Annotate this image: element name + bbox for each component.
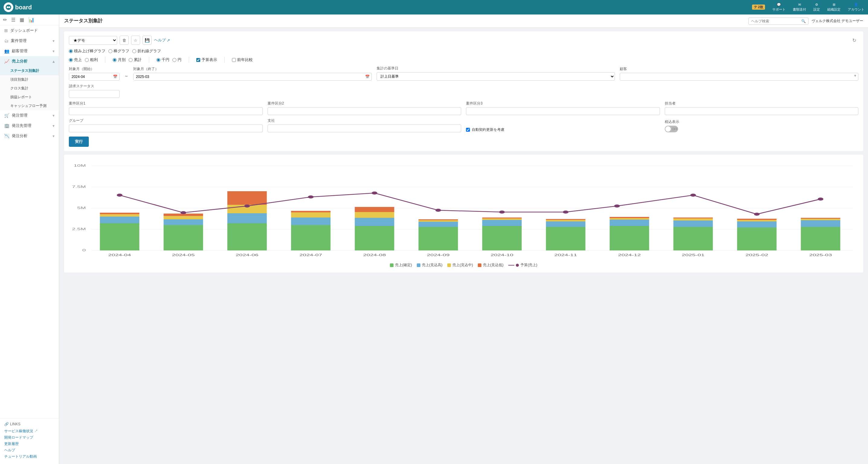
- sidebar-link-status[interactable]: サービス稼働状況 ↗: [4, 429, 55, 434]
- cases-chevron-icon: ▾: [53, 39, 55, 43]
- budget-show-checkbox[interactable]: 予算表示: [196, 57, 217, 63]
- sidebar-item-dashboard[interactable]: ⊞ ダッシュボード: [0, 25, 59, 36]
- sales-chart-icon: 📈: [4, 59, 9, 64]
- prev-year-checkbox[interactable]: 前年比較: [232, 57, 253, 63]
- sidebar-item-cases[interactable]: 🗂 案件管理 ▾: [0, 36, 59, 46]
- folder-icon: 🗂: [4, 38, 8, 43]
- case-cat2-label: 案件区分2: [268, 101, 462, 106]
- svg-rect-39: [482, 218, 522, 220]
- unit-thousand[interactable]: 千円: [156, 57, 169, 63]
- svg-rect-40: [482, 217, 522, 218]
- docs-action[interactable]: ✉ 書類送付: [793, 3, 806, 12]
- sidebar-item-customers[interactable]: 👥 顧客管理 ▾: [0, 46, 59, 56]
- sidebar-link-help[interactable]: ヘルプ: [4, 448, 55, 453]
- filter-case-cat1: 案件区分1: [69, 101, 263, 115]
- search-input[interactable]: [751, 19, 800, 23]
- sidebar-item-sales[interactable]: 📈 売上分析 ▴: [0, 56, 59, 66]
- logo: board: [4, 2, 32, 12]
- support-label: サポート: [772, 7, 785, 12]
- svg-point-65: [372, 191, 377, 194]
- period-cumulative[interactable]: 累計: [129, 57, 142, 63]
- assignee-input[interactable]: [665, 107, 859, 115]
- svg-rect-15: [100, 214, 140, 217]
- edit-icon[interactable]: ✏: [3, 17, 7, 23]
- legend-budget: 予算(売上): [508, 262, 537, 268]
- chart-type-line[interactable]: 折れ線グラフ: [132, 48, 161, 54]
- preset-select[interactable]: ★デモ: [69, 36, 117, 45]
- svg-rect-54: [737, 221, 777, 227]
- tax-toggle[interactable]: OFF: [665, 126, 678, 132]
- case-cat1-input[interactable]: [69, 107, 263, 115]
- svg-rect-49: [674, 227, 713, 250]
- divider4: [224, 57, 225, 63]
- base-date-select[interactable]: 計上日基準: [377, 72, 615, 81]
- svg-text:2025-02: 2025-02: [745, 253, 768, 257]
- svg-point-69: [614, 205, 620, 208]
- table-icon[interactable]: ▦: [20, 17, 24, 23]
- svg-rect-53: [737, 227, 777, 250]
- sidebar-link-history[interactable]: 更新履歴: [4, 441, 55, 446]
- sidebar-sub-cross[interactable]: クロス集計: [0, 84, 59, 93]
- user-icon: 👤: [854, 3, 858, 7]
- sidebar-sub-item[interactable]: 項目別集計: [0, 75, 59, 84]
- refresh-button[interactable]: ↻: [850, 36, 858, 44]
- sidebar-item-suppliers[interactable]: 🏢 発注先管理 ▾: [0, 121, 59, 131]
- branch-input[interactable]: [268, 124, 462, 132]
- chart-type-stacked[interactable]: 積み上げ棒グラフ: [69, 48, 105, 54]
- branch-label: 支社: [268, 118, 462, 123]
- sidebar-link-tutorial[interactable]: チュートリアル動画: [4, 454, 55, 459]
- sidebar-item-orders[interactable]: 🛒 発注管理 ▾: [0, 110, 59, 121]
- org-label: 組織設定: [827, 7, 840, 12]
- org-action[interactable]: ⊞ 組織設定: [827, 3, 840, 12]
- value-gross[interactable]: 粗利: [85, 57, 98, 63]
- svg-rect-18: [164, 219, 203, 225]
- group-input[interactable]: [69, 124, 263, 132]
- svg-rect-36: [418, 219, 458, 220]
- sidebar-sub-status[interactable]: ステータス別集計: [0, 66, 59, 75]
- support-action[interactable]: 💬 サポート: [772, 3, 785, 12]
- svg-rect-14: [100, 217, 140, 223]
- chart-type-bar[interactable]: 棒グラフ: [108, 48, 129, 54]
- list-icon[interactable]: ☰: [11, 17, 16, 23]
- page-title: ステータス別集計: [64, 18, 103, 24]
- customer-dropdown-icon[interactable]: ▾: [852, 73, 858, 80]
- sidebar-link-roadmap[interactable]: 開発ロードマップ: [4, 435, 55, 440]
- case-cat2-input[interactable]: [268, 107, 462, 115]
- execute-button[interactable]: 実行: [69, 136, 89, 147]
- sidebar-item-order-analysis[interactable]: 📉 発注分析 ▾: [0, 131, 59, 141]
- svg-rect-25: [291, 225, 331, 250]
- sidebar-sub-profit[interactable]: 損益レポート: [0, 93, 59, 101]
- auto-renew-label: 自動契約更新を考慮: [472, 127, 504, 132]
- help-link[interactable]: ヘルプ ↗: [154, 37, 170, 43]
- star-button[interactable]: ☆: [131, 36, 140, 45]
- unit-yen[interactable]: 円: [173, 57, 182, 63]
- delete-button[interactable]: 🗑: [120, 36, 129, 45]
- start-month-input[interactable]: [69, 73, 111, 80]
- legend-mid-color: [447, 264, 451, 267]
- auto-renew-checkbox[interactable]: [466, 128, 470, 132]
- svg-point-64: [308, 195, 314, 198]
- header-right: 🔍 ヴェルク株式会社 デモユーザー: [748, 18, 863, 25]
- main-header: ステータス別集計 🔍 ヴェルク株式会社 デモユーザー: [59, 14, 868, 28]
- svg-text:2024-05: 2024-05: [172, 253, 194, 257]
- account-action[interactable]: 👤 アカウント: [848, 3, 864, 12]
- invoice-status-input[interactable]: [69, 90, 120, 98]
- legend-low: 売上(見込低): [478, 262, 503, 268]
- case-cat3-input[interactable]: [466, 107, 660, 115]
- end-month-input[interactable]: [133, 73, 363, 80]
- header-badge[interactable]: テ 2枚: [752, 4, 765, 10]
- sidebar-sub-cashflow[interactable]: キャッシュフロー予測: [0, 101, 59, 110]
- value-sales[interactable]: 売上: [69, 57, 82, 63]
- bar-chart-icon[interactable]: 📊: [28, 17, 34, 23]
- sidebar-item-orders-label: 発注管理: [12, 113, 28, 118]
- svg-rect-45: [610, 226, 649, 250]
- save-button[interactable]: 💾: [143, 36, 152, 45]
- settings-action[interactable]: ⚙ 設定: [813, 3, 820, 12]
- filter-group: グループ: [69, 118, 263, 132]
- svg-point-68: [563, 211, 569, 214]
- customer-input[interactable]: [620, 73, 852, 80]
- calendar-icon: 📅: [111, 74, 119, 79]
- docs-label: 書類送付: [793, 7, 806, 12]
- period-monthly[interactable]: 月別: [113, 57, 126, 63]
- end-month-label: 対象月（終了）: [133, 66, 372, 71]
